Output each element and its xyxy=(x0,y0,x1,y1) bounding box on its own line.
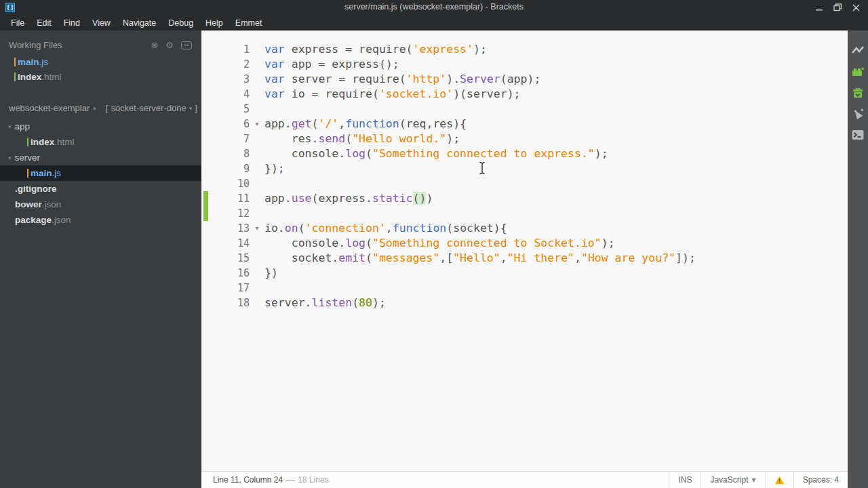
menu-view[interactable]: View xyxy=(86,18,117,28)
code-line-9[interactable]: 9}); xyxy=(201,161,848,176)
tree-file-.gitignore[interactable]: .gitignore xyxy=(0,181,201,197)
code-text: io.on('connection',function(socket){ xyxy=(264,221,848,236)
code-text: console.log("Something connected to expr… xyxy=(264,146,848,161)
line-number: 7 xyxy=(201,131,250,146)
file-extension: .html xyxy=(41,72,61,82)
file-extension: .html xyxy=(54,137,74,147)
menu-help[interactable]: Help xyxy=(199,18,229,28)
line-number: 15 xyxy=(201,251,250,266)
flask-icon[interactable] xyxy=(851,107,865,121)
working-file-main.js[interactable]: main.js xyxy=(0,54,201,69)
code-line-17[interactable]: 17 xyxy=(201,281,848,296)
code-line-4[interactable]: 4var io = require('socket.io')(server); xyxy=(201,87,848,102)
menu-debug[interactable]: Debug xyxy=(162,18,199,28)
code-line-13[interactable]: 13▾io.on('connection',function(socket){ xyxy=(201,221,848,236)
restore-button[interactable] xyxy=(833,3,842,12)
overwrite-toggle[interactable]: INS xyxy=(669,472,701,488)
indent-setting[interactable]: Spaces: 4 xyxy=(793,472,848,488)
fold-marker-icon xyxy=(250,57,264,72)
menu-emmet[interactable]: Emmet xyxy=(229,18,269,28)
code-line-5[interactable]: 5 xyxy=(201,102,848,117)
menu-edit[interactable]: Edit xyxy=(31,18,58,28)
tree-file-main.js[interactable]: main.js xyxy=(0,165,201,181)
line-number: 1 xyxy=(201,42,250,57)
file-name: index xyxy=(18,72,41,82)
titlebar: [] server/main.js (websocket-exemplar) -… xyxy=(0,0,868,15)
code-text: var io = require('socket.io')(server); xyxy=(264,87,848,102)
fold-marker-icon xyxy=(250,266,264,281)
menu-file[interactable]: File xyxy=(5,18,31,28)
ibeam-mouse-cursor xyxy=(478,161,486,178)
extension-toolbar xyxy=(848,30,868,488)
tree-folder-app[interactable]: ▾app xyxy=(0,119,201,134)
line-number: 18 xyxy=(201,296,250,310)
extension-manager-icon[interactable] xyxy=(851,65,865,79)
code-line-2[interactable]: 2var app = express(); xyxy=(201,57,848,72)
fold-marker-icon xyxy=(250,146,264,161)
gear-icon[interactable]: ⚙ xyxy=(165,41,174,49)
tree-file-package.json[interactable]: package.json xyxy=(0,212,201,228)
code-line-12[interactable]: 12 xyxy=(201,206,848,221)
code-text: }) xyxy=(264,266,848,281)
tree-file-index.html[interactable]: index.html xyxy=(0,134,201,150)
gift-icon[interactable] xyxy=(851,86,865,100)
line-number: 3 xyxy=(201,72,250,87)
code-line-16[interactable]: 16}) xyxy=(201,266,848,281)
chevron-down-icon: ▾ xyxy=(93,105,96,112)
chevron-down-icon: ▼ xyxy=(751,477,755,483)
cursor-position[interactable]: Line 11, Column 24 xyxy=(213,475,283,485)
fold-marker-icon xyxy=(250,161,264,176)
git-status-bar-icon xyxy=(27,169,28,178)
terminal-icon[interactable] xyxy=(851,128,865,142)
language-selector[interactable]: JavaScript ▼ xyxy=(701,472,764,488)
menu-navigate[interactable]: Navigate xyxy=(117,18,162,28)
minimize-button[interactable] xyxy=(816,4,823,12)
code-text: var express = require('express'); xyxy=(264,42,848,57)
file-extension: .js xyxy=(52,168,62,178)
code-line-6[interactable]: 6▾app.get('/',function(req,res){ xyxy=(201,117,848,131)
line-number: 6 xyxy=(201,117,250,131)
tree-file-bower.json[interactable]: bower.json xyxy=(0,197,201,212)
file-name: index xyxy=(31,137,54,147)
tree-folder-server[interactable]: ▾server xyxy=(0,150,201,165)
git-branch-dropdown[interactable]: [ socket-server-done ▾ ] xyxy=(106,103,197,113)
code-line-8[interactable]: 8 console.log("Something connected to ex… xyxy=(201,146,848,161)
line-number: 9 xyxy=(201,161,250,176)
project-name-dropdown[interactable]: websocket-exemplar xyxy=(9,103,90,113)
folder-name: server xyxy=(15,152,41,163)
code-editor[interactable]: 1var express = require('express');2var a… xyxy=(201,30,848,471)
file-name: .gitignore xyxy=(15,184,57,194)
code-line-15[interactable]: 15 socket.emit("messages",["Hello","Hi t… xyxy=(201,251,848,266)
window-controls xyxy=(816,3,868,12)
code-text: res.send("Hello world."); xyxy=(264,131,848,146)
code-line-14[interactable]: 14 console.log("Something connected to S… xyxy=(201,236,848,251)
code-line-11[interactable]: 11app.use(express.static()) xyxy=(201,191,848,206)
file-name: package xyxy=(15,215,52,225)
warning-icon xyxy=(774,476,785,485)
fold-marker-icon xyxy=(250,176,264,191)
split-view-icon[interactable]: ↔ xyxy=(181,41,192,49)
file-name: main xyxy=(18,57,39,67)
fold-marker-icon[interactable]: ▾ xyxy=(250,117,264,131)
live-preview-icon[interactable] xyxy=(851,44,865,58)
close-button[interactable] xyxy=(852,4,860,12)
line-number: 11 xyxy=(201,191,250,206)
fold-marker-icon xyxy=(250,236,264,251)
statusbar: Line 11, Column 24 — 18 Lines INS JavaSc… xyxy=(201,471,848,488)
code-line-10[interactable]: 10 xyxy=(201,176,848,191)
file-name: main xyxy=(31,168,52,178)
working-files-title: Working Files xyxy=(9,40,62,50)
working-file-index.html[interactable]: index.html xyxy=(0,69,201,84)
git-branch-name: socket-server-done xyxy=(111,103,186,113)
code-line-3[interactable]: 3var server = require('http').Server(app… xyxy=(201,72,848,87)
fold-marker-icon xyxy=(250,72,264,87)
menu-find[interactable]: Find xyxy=(58,18,86,28)
fold-marker-icon[interactable]: ▾ xyxy=(250,221,264,236)
code-line-18[interactable]: 18server.listen(80); xyxy=(201,296,848,310)
fold-marker-icon xyxy=(250,42,264,57)
code-line-7[interactable]: 7 res.send("Hello world."); xyxy=(201,131,848,146)
lint-warning-indicator[interactable] xyxy=(765,472,793,488)
close-all-icon[interactable]: ⊗ xyxy=(151,41,158,49)
line-number: 17 xyxy=(201,281,250,296)
code-line-1[interactable]: 1var express = require('express'); xyxy=(201,42,848,57)
